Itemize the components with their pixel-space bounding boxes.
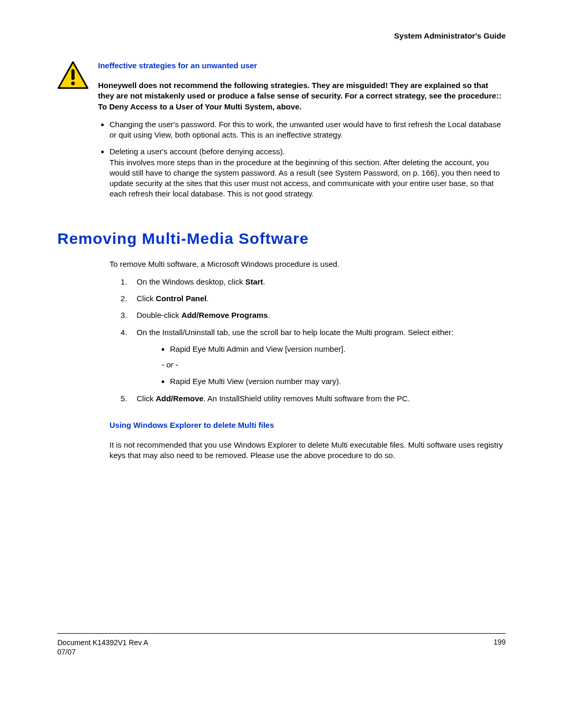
page: System Administrator's Guide Ineffective… (0, 0, 563, 688)
footer-page-number: 199 (494, 638, 506, 657)
svg-rect-1 (71, 69, 75, 80)
bullet-2-line2: This involves more steps than in the pro… (109, 158, 500, 199)
warning-paragraph: Honeywell does not recommend the followi… (98, 80, 506, 112)
step-2-bold: Control Panel (156, 294, 207, 303)
warning-bullets: Changing the user's password. For this t… (98, 119, 506, 200)
subheading-ineffective: Ineffective strategies for an unwanted u… (98, 61, 506, 70)
explorer-warning-para: It is not recommended that you use Windo… (109, 440, 506, 461)
step-3-pre: Double-click (137, 311, 181, 319)
step-1-post: . (263, 277, 265, 286)
header-guide-title: System Administrator's Guide (57, 31, 506, 40)
footer-date: 07/07 (57, 648, 76, 656)
step-4-sub2: Rapid Eye Multi View (version number may… (170, 376, 506, 387)
step-3-bold: Add/Remove Programs (181, 311, 268, 319)
bullet-2: Deleting a user's account (before denyin… (109, 146, 506, 199)
step-5-bold: Add/Remove (156, 394, 204, 403)
footer-doc-id: Document K14392V1 Rev A (57, 638, 148, 647)
bullet-2-line1: Deleting a user's account (before denyin… (109, 147, 285, 156)
step-5: Click Add/Remove. An InstallShield utili… (129, 393, 506, 404)
steps-list: On the Windows desktop, click Start. Cli… (109, 277, 506, 404)
step-5-post: . An InstallShield utility removes Multi… (203, 394, 410, 403)
warning-section: Ineffective strategies for an unwanted u… (57, 61, 506, 206)
step-1: On the Windows desktop, click Start. (129, 277, 506, 287)
heading-removing-software: Removing Multi-Media Software (57, 230, 506, 248)
step-3-post: . (268, 311, 270, 319)
step-4-or: - or - (162, 360, 506, 370)
removal-content: To remove Multi software, a Microsoft Wi… (109, 259, 506, 461)
step-4-sublist: Rapid Eye Multi Admin and View [version … (137, 344, 506, 354)
footer: Document K14392V1 Rev A 07/07 199 (57, 634, 506, 657)
bullet-1: Changing the user's password. For this t… (109, 119, 506, 141)
step-4-sub1: Rapid Eye Multi Admin and View [version … (170, 344, 506, 354)
step-1-pre: On the Windows desktop, click (137, 277, 245, 286)
step-5-pre: Click (137, 394, 156, 403)
warning-icon (57, 61, 89, 91)
svg-point-2 (71, 82, 75, 85)
step-2: Click Control Panel. (129, 293, 506, 304)
step-3: Double-click Add/Remove Programs. (129, 310, 506, 320)
step-1-bold: Start (245, 277, 263, 286)
step-4-sublist-2: Rapid Eye Multi View (version number may… (137, 376, 506, 387)
step-4: On the Install/Uninstall tab, use the sc… (129, 327, 506, 387)
step-2-pre: Click (137, 294, 156, 303)
subheading-windows-explorer: Using Windows Explorer to delete Multi f… (109, 421, 506, 429)
footer-left: Document K14392V1 Rev A 07/07 (57, 638, 148, 657)
intro-para: To remove Multi software, a Microsoft Wi… (109, 259, 506, 269)
step-4-text: On the Install/Uninstall tab, use the sc… (137, 328, 454, 337)
warning-content: Ineffective strategies for an unwanted u… (98, 61, 506, 206)
step-2-post: . (206, 294, 209, 303)
